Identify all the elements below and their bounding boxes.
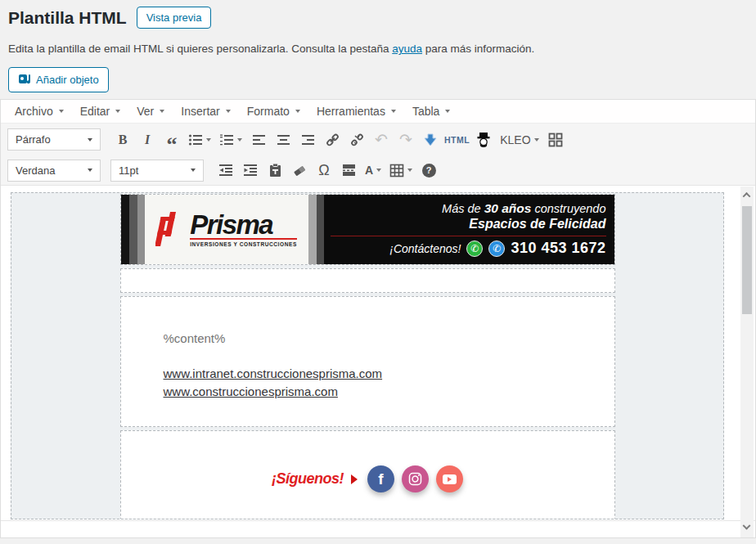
editor-content-area[interactable]: Prisma INVERSIONES Y CONSTRUCCIONES Más … [1, 186, 755, 520]
bold-button[interactable]: B [112, 128, 133, 151]
banner-right-panel: Más de 30 años construyendo Espacios de … [324, 195, 614, 264]
chevron-down-icon [206, 138, 211, 142]
hatman-plugin-button[interactable] [473, 128, 494, 151]
chevron-down-icon [226, 110, 231, 113]
chevron-down-icon [237, 138, 242, 142]
chevron-down-icon [295, 110, 300, 113]
chevron-down-icon [160, 110, 164, 113]
bullet-list-button[interactable] [186, 128, 214, 151]
align-center-icon [277, 133, 290, 146]
text-color-button[interactable]: A [362, 160, 384, 182]
scroll-up-icon[interactable] [744, 192, 750, 199]
banner-image: Prisma INVERSIONES Y CONSTRUCCIONES Más … [121, 195, 614, 264]
menu-ver[interactable]: Ver [128, 101, 173, 121]
block-format-value: Párrafo [16, 133, 51, 146]
special-character-button[interactable]: Ω [313, 160, 335, 182]
editor-scrollbar[interactable] [740, 187, 754, 537]
chevron-down-icon [115, 110, 120, 113]
kleo-dropdown[interactable]: KLEO [497, 128, 541, 151]
redo-button[interactable]: ↷ [395, 128, 416, 151]
menu-archivo[interactable]: Archivo [7, 101, 72, 121]
follow-arrow-icon [351, 474, 358, 484]
font-size-value: 11pt [119, 164, 138, 177]
block-format-select[interactable]: Párrafo [7, 128, 101, 151]
email-outer-table-cell[interactable]: Prisma INVERSIONES Y CONSTRUCCIONES Más … [11, 192, 724, 519]
youtube-play-icon [443, 474, 457, 484]
italic-button[interactable]: I [137, 128, 158, 151]
content-placeholder: %content% [164, 331, 614, 345]
grid-icon [548, 133, 563, 147]
facebook-icon[interactable]: f [367, 465, 394, 492]
outdent-button[interactable] [215, 160, 236, 182]
undo-button[interactable]: ↶ [371, 128, 392, 151]
text-color-letter: A [365, 165, 373, 175]
menu-editar[interactable]: Editar [72, 101, 129, 121]
page-title: Plantilla HTML [8, 8, 127, 28]
slogan-bold: 30 años [484, 201, 532, 215]
stripe [317, 195, 324, 264]
menu-tabla-label: Tabla [412, 105, 439, 118]
align-right-button[interactable] [297, 128, 318, 151]
page-break-button[interactable] [338, 160, 359, 182]
menu-herramientas-label: Herramientas [317, 105, 385, 118]
stripe [137, 195, 145, 264]
email-content-row[interactable]: %content% www.intranet.construccionespri… [120, 296, 615, 427]
paste-as-text-button[interactable] [264, 160, 286, 182]
eraser-icon [292, 164, 307, 177]
phone-icon: ✆ [488, 241, 505, 257]
contact-label: ¡Contáctenos! [389, 242, 461, 255]
menu-herramientas[interactable]: Herramientas [308, 101, 404, 121]
html-source-button[interactable]: HTML [444, 128, 470, 151]
chevron-down-icon [191, 169, 196, 172]
clear-formatting-button[interactable] [289, 160, 310, 182]
banner-slogan-line1: Más de 30 años construyendo [331, 201, 606, 216]
read-more-button[interactable] [420, 128, 441, 151]
scrollbar-thumb[interactable] [742, 206, 752, 314]
menu-insertar[interactable]: Insertar [173, 101, 238, 121]
editor-statusbar [1, 520, 755, 537]
preview-button[interactable]: Vista previa [137, 7, 212, 29]
indent-button[interactable] [240, 160, 261, 182]
numbered-list-button[interactable] [217, 128, 245, 151]
insert-link-button[interactable] [322, 128, 343, 151]
add-media-button[interactable]: Añadir objeto [8, 67, 109, 92]
align-left-button[interactable] [248, 128, 269, 151]
email-footer-row[interactable]: ¡Síguenos! f [120, 430, 615, 519]
youtube-icon[interactable] [436, 465, 463, 492]
remove-link-button[interactable] [346, 128, 367, 151]
menu-tabla[interactable]: Tabla [404, 101, 458, 121]
menu-formato-label: Formato [247, 105, 290, 118]
brand-name: Prisma [190, 213, 272, 237]
menu-ver-label: Ver [137, 105, 154, 118]
scroll-down-icon[interactable] [744, 525, 750, 532]
font-family-value: Verdana [16, 164, 55, 177]
prisma-logo: Prisma INVERSIONES Y CONSTRUCCIONES [145, 195, 308, 264]
font-size-select[interactable]: 11pt [110, 160, 204, 182]
email-header-row[interactable]: Prisma INVERSIONES Y CONSTRUCCIONES Más … [120, 194, 615, 265]
blockquote-button[interactable]: “ [161, 133, 182, 155]
help-link[interactable]: ayuda [392, 43, 422, 55]
unlink-icon [349, 133, 365, 147]
email-spacer-row[interactable] [120, 268, 615, 293]
chevron-down-icon [59, 110, 64, 113]
menu-formato[interactable]: Formato [239, 101, 308, 121]
align-right-icon [301, 133, 315, 146]
slogan-pre: Más de [442, 202, 484, 215]
table-button[interactable] [387, 160, 415, 182]
chevron-down-icon [534, 138, 539, 142]
chevron-down-icon [376, 169, 381, 172]
prisma-monogram-icon [155, 212, 193, 248]
help-button[interactable]: ? [418, 160, 439, 182]
chevron-down-icon [88, 169, 92, 172]
shortcodes-grid-button[interactable] [545, 128, 566, 151]
instagram-icon[interactable] [402, 465, 429, 492]
numbered-list-icon [219, 133, 234, 146]
font-family-select[interactable]: Verdana [7, 160, 101, 182]
email-template-table[interactable]: Prisma INVERSIONES Y CONSTRUCCIONES Más … [120, 194, 615, 519]
phone-number: 310 453 1672 [511, 240, 605, 257]
editor-menubar: Archivo Editar Ver Insertar Formato Herr… [1, 100, 755, 124]
editor-toolbar-1: Párrafo B I “ ↶ ↷ HTM [1, 124, 755, 155]
intranet-link[interactable]: www.intranet.construccionesprisma.com [164, 365, 614, 383]
align-center-button[interactable] [272, 128, 294, 151]
website-link[interactable]: www.construccionesprisma.com [164, 383, 614, 401]
